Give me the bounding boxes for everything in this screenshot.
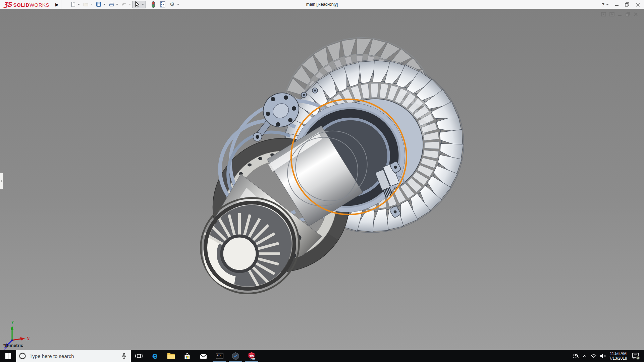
taskbar-app-edge[interactable]: e xyxy=(147,350,163,362)
svg-text:SW: SW xyxy=(249,354,254,358)
svg-text:2017: 2017 xyxy=(251,358,256,360)
taskbar-app-solidworks[interactable]: SW 2017 xyxy=(244,350,260,362)
taskbar-app-file-explorer[interactable] xyxy=(163,350,179,362)
quick-access-toolbar: ⚙ xyxy=(69,0,181,9)
new-document-icon xyxy=(70,1,76,8)
taskbar-app-store[interactable] xyxy=(179,350,195,362)
new-document-button[interactable] xyxy=(69,0,82,8)
panel-flyout-tab[interactable] xyxy=(0,173,3,189)
taskbar-app-command-prompt[interactable]: C:\ xyxy=(211,350,227,362)
solidworks-2017-icon: SW 2017 xyxy=(247,352,256,361)
options-button[interactable]: ⚙ xyxy=(167,0,181,8)
view-orientation-label: *Dimetric xyxy=(3,343,23,348)
select-dropdown-caret[interactable] xyxy=(142,4,144,5)
taskbar-search[interactable]: Type here to search xyxy=(16,350,131,362)
print-dropdown-caret[interactable] xyxy=(116,4,118,5)
brand-glyph: ƷS xyxy=(3,1,12,8)
select-cursor-icon xyxy=(134,1,140,8)
cortana-icon xyxy=(19,352,26,360)
options-gear-icon: ⚙ xyxy=(169,1,175,8)
action-center-icon: 3 xyxy=(632,352,640,360)
file-explorer-icon xyxy=(167,352,175,360)
rebuild-button[interactable] xyxy=(149,0,158,8)
taskbar-app-hexagon[interactable] xyxy=(227,350,244,362)
save-floppy-icon xyxy=(96,1,102,8)
hexagon-app-icon xyxy=(231,352,240,360)
open-folder-icon xyxy=(83,1,89,8)
print-button[interactable] xyxy=(107,0,120,8)
network-button[interactable] xyxy=(589,352,598,360)
chevron-up-icon xyxy=(581,353,588,359)
store-icon xyxy=(183,352,191,360)
windows-taskbar: Type here to search e C:\ SW 2017 xyxy=(0,350,644,362)
save-button[interactable] xyxy=(94,0,107,8)
action-center-button[interactable]: 3 xyxy=(629,352,643,360)
viewport-restore-icon[interactable] xyxy=(626,12,630,16)
viewport-minimize-icon[interactable] xyxy=(618,12,622,16)
taskbar-clock[interactable]: 11:56 AM 7/13/2018 xyxy=(607,351,629,361)
options-dropdown-caret[interactable] xyxy=(177,4,179,5)
engine-model[interactable] xyxy=(0,9,644,350)
svg-text:⚙: ⚙ xyxy=(169,1,174,8)
volume-button[interactable] xyxy=(598,352,607,360)
undo-button-disabled[interactable] xyxy=(120,0,132,8)
wifi-icon xyxy=(590,352,597,360)
tray-time: 11:56 AM xyxy=(608,351,628,356)
close-icon xyxy=(636,3,640,7)
command-prompt-icon: C:\ xyxy=(215,352,224,360)
new-dropdown-caret[interactable] xyxy=(77,4,80,5)
restore-icon xyxy=(625,2,629,7)
graphics-area[interactable]: Y X Z *Dimetric xyxy=(0,9,644,350)
menu-flyout-arrow[interactable]: ▶ xyxy=(53,0,61,9)
document-title: main [Read-only] xyxy=(306,0,338,9)
solidworks-logo: ƷSSOLIDWORKS xyxy=(0,1,53,8)
tray-date: 7/13/2018 xyxy=(608,356,628,361)
help-dropdown-caret[interactable] xyxy=(606,4,609,5)
start-button[interactable] xyxy=(0,350,16,362)
undo-dropdown-caret xyxy=(128,4,131,5)
notification-badge: 3 xyxy=(637,356,639,360)
flyout-tab-dot xyxy=(1,180,2,182)
windows-logo-icon xyxy=(5,353,11,359)
edge-icon: e xyxy=(151,352,159,360)
x-axis-label: X xyxy=(26,336,30,341)
app-window-controls: ? xyxy=(598,0,644,9)
taskbar-app-task-view[interactable] xyxy=(131,350,147,362)
rebuild-traffic-light-icon xyxy=(150,1,157,8)
search-placeholder: Type here to search xyxy=(30,353,117,359)
x-axis-arrow xyxy=(20,337,25,341)
undo-icon xyxy=(121,1,127,8)
select-tool-button[interactable] xyxy=(132,1,146,8)
minimize-button[interactable] xyxy=(612,0,622,9)
microphone-icon[interactable] xyxy=(121,352,127,360)
viewport-close-icon[interactable] xyxy=(634,12,638,16)
open-button-disabled[interactable] xyxy=(82,0,94,8)
y-axis-arrow xyxy=(11,325,14,330)
svg-text:C:\: C:\ xyxy=(217,354,221,356)
volume-muted-icon xyxy=(599,352,606,360)
restore-button[interactable] xyxy=(622,0,632,9)
open-dropdown-caret xyxy=(90,4,93,5)
print-icon xyxy=(108,1,114,8)
close-button[interactable] xyxy=(632,0,644,9)
people-icon xyxy=(572,352,579,360)
task-view-icon xyxy=(135,352,143,360)
taskbar-app-mail[interactable] xyxy=(195,350,211,362)
people-button[interactable] xyxy=(571,352,580,360)
help-button[interactable]: ? xyxy=(598,0,612,9)
pane-left-icon[interactable] xyxy=(601,12,606,16)
pane-right-icon[interactable] xyxy=(609,12,614,16)
svg-text:e: e xyxy=(152,352,158,360)
y-axis-label: Y xyxy=(11,320,15,325)
system-tray: 11:56 AM 7/13/2018 3 xyxy=(571,350,644,362)
mail-icon xyxy=(199,352,208,360)
viewport-window-controls xyxy=(601,12,638,16)
minimize-icon xyxy=(615,3,619,7)
file-properties-button[interactable] xyxy=(158,0,167,8)
file-properties-icon xyxy=(159,1,166,8)
tray-overflow-button[interactable] xyxy=(580,353,589,359)
save-dropdown-caret[interactable] xyxy=(103,4,106,5)
